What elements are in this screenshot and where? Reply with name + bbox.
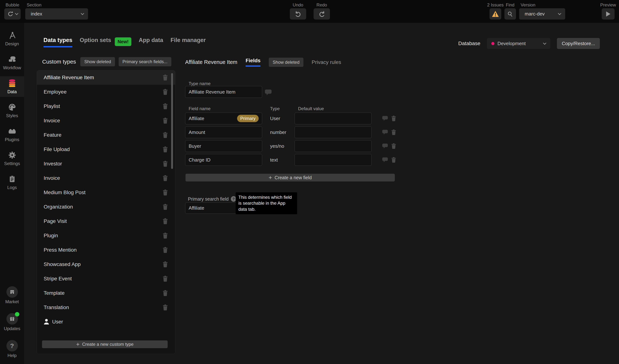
custom-type-row[interactable]: Medium Blog Post: [37, 185, 175, 200]
version-select[interactable]: marc-dev: [519, 8, 565, 20]
custom-type-row[interactable]: Invoice: [37, 171, 175, 185]
default-value-input[interactable]: [295, 112, 372, 124]
section-group: Section index: [25, 2, 88, 20]
chevron-down-icon: [558, 12, 561, 15]
sidebar-label: Workflow: [3, 65, 21, 70]
custom-type-label: Plugin: [44, 233, 58, 238]
custom-types-header: Custom types Show deleted Primary search…: [42, 57, 171, 67]
field-name-input[interactable]: Buyer Primary: [185, 140, 262, 152]
sidebar-item-logs[interactable]: Logs: [0, 172, 24, 193]
sidebar-label: Styles: [6, 113, 18, 118]
custom-type-row[interactable]: File Upload: [37, 142, 175, 157]
trash-icon[interactable]: [163, 89, 168, 95]
scrollbar-thumb[interactable]: [171, 73, 173, 169]
redo-button[interactable]: [313, 8, 330, 20]
show-deleted-types-button[interactable]: Show deleted: [80, 57, 115, 66]
tab-data-types[interactable]: Data types: [43, 36, 72, 47]
section-value: index: [31, 11, 81, 17]
comment-icon[interactable]: [382, 116, 388, 121]
field-type-label: text: [270, 157, 295, 163]
custom-type-row[interactable]: Investor: [37, 157, 175, 171]
create-field-button[interactable]: Create a new field: [185, 174, 395, 182]
field-name-input[interactable]: Affiliate Primary: [185, 112, 262, 124]
trash-icon[interactable]: [163, 290, 168, 296]
trash-icon[interactable]: [163, 132, 168, 138]
type-name-input[interactable]: Affiliate Revenue Item: [185, 86, 262, 98]
trash-icon[interactable]: [163, 247, 168, 253]
comment-icon[interactable]: [265, 89, 272, 96]
custom-type-row[interactable]: Press Mention: [37, 243, 175, 257]
custom-type-row[interactable]: Invoice: [37, 113, 175, 128]
sidebar-item-plugins[interactable]: Plugins: [0, 124, 24, 145]
trash-icon[interactable]: [391, 143, 396, 149]
custom-type-row[interactable]: Translation: [37, 300, 175, 315]
trash-icon[interactable]: [163, 261, 168, 267]
trash-icon[interactable]: [163, 276, 168, 282]
sidebar-item-workflow[interactable]: Workflow: [0, 52, 24, 73]
tab-file-manager[interactable]: File manager: [170, 36, 206, 44]
trash-icon[interactable]: [163, 218, 168, 224]
trash-icon[interactable]: [391, 116, 396, 121]
trash-icon[interactable]: [163, 146, 168, 152]
sidebar-label: Help: [8, 353, 17, 358]
trash-icon[interactable]: [163, 204, 168, 210]
sidebar-item-styles[interactable]: Styles: [0, 100, 24, 121]
custom-type-row[interactable]: Employee: [37, 85, 175, 99]
primary-search-fields-button[interactable]: Primary search fields...: [119, 57, 171, 66]
user-icon: [44, 319, 49, 325]
sidebar-item-updates[interactable]: Updates: [0, 311, 24, 334]
custom-type-row[interactable]: Plugin: [37, 228, 175, 243]
bubble-logo-button[interactable]: [4, 8, 21, 20]
trash-icon[interactable]: [163, 103, 168, 109]
comment-icon[interactable]: [382, 157, 388, 163]
comment-icon[interactable]: [382, 129, 388, 135]
tab-privacy-rules[interactable]: Privacy rules: [312, 59, 341, 65]
custom-type-label: Playlist: [44, 103, 60, 109]
tab-app-data[interactable]: App data: [139, 36, 163, 44]
default-value-input[interactable]: [295, 140, 372, 152]
show-deleted-fields-button[interactable]: Show deleted: [269, 58, 303, 67]
field-type-label: number: [270, 129, 295, 135]
custom-type-row[interactable]: Template: [37, 286, 175, 300]
custom-type-row[interactable]: User: [37, 315, 175, 329]
trash-icon[interactable]: [163, 118, 168, 124]
database-label: Database: [458, 41, 480, 46]
default-value-input[interactable]: [295, 126, 372, 138]
sidebar-item-data[interactable]: Data: [0, 76, 24, 97]
version-group: Version marc-dev: [519, 2, 565, 20]
sidebar-item-help[interactable]: ? Help: [0, 338, 24, 360]
trash-icon[interactable]: [391, 129, 396, 135]
trash-icon[interactable]: [163, 233, 168, 238]
trash-icon[interactable]: [163, 305, 168, 310]
custom-type-row[interactable]: Playlist: [37, 99, 175, 113]
custom-type-row[interactable]: Affiliate Revenue Item: [37, 70, 175, 85]
trash-icon[interactable]: [391, 157, 396, 163]
create-custom-type-button[interactable]: Create a new custom type: [42, 340, 168, 348]
custom-type-row[interactable]: Page Visit: [37, 214, 175, 228]
sidebar-item-market[interactable]: Market: [0, 284, 24, 307]
undo-button[interactable]: [290, 8, 306, 20]
sidebar-item-design[interactable]: Design: [0, 28, 24, 49]
custom-type-row[interactable]: Feature: [37, 128, 175, 142]
trash-icon[interactable]: [163, 175, 168, 181]
custom-type-row[interactable]: Showcased App: [37, 257, 175, 272]
sidebar-item-settings[interactable]: Settings: [0, 148, 24, 169]
tab-fields[interactable]: Fields: [246, 58, 260, 67]
tab-option-sets[interactable]: Option sets: [80, 36, 111, 44]
preview-button[interactable]: [602, 8, 615, 20]
custom-type-label: Employee: [44, 89, 67, 95]
trash-icon[interactable]: [163, 75, 168, 81]
find-button[interactable]: [505, 8, 516, 20]
default-value-input[interactable]: [295, 154, 372, 166]
custom-type-row[interactable]: Organization: [37, 200, 175, 214]
copy-restore-button[interactable]: Copy/Restore...: [557, 38, 600, 49]
field-name-input[interactable]: Charge ID Primary: [185, 154, 262, 166]
primary-search-field-label: Primary search field: [188, 196, 236, 202]
custom-type-row[interactable]: Stripe Event: [37, 272, 175, 286]
trash-icon[interactable]: [163, 161, 168, 167]
section-select[interactable]: index: [25, 8, 88, 20]
trash-icon[interactable]: [163, 190, 168, 196]
environment-select[interactable]: Development: [487, 38, 550, 49]
comment-icon[interactable]: [382, 143, 388, 149]
field-name-input[interactable]: Amount Primary: [185, 126, 262, 138]
